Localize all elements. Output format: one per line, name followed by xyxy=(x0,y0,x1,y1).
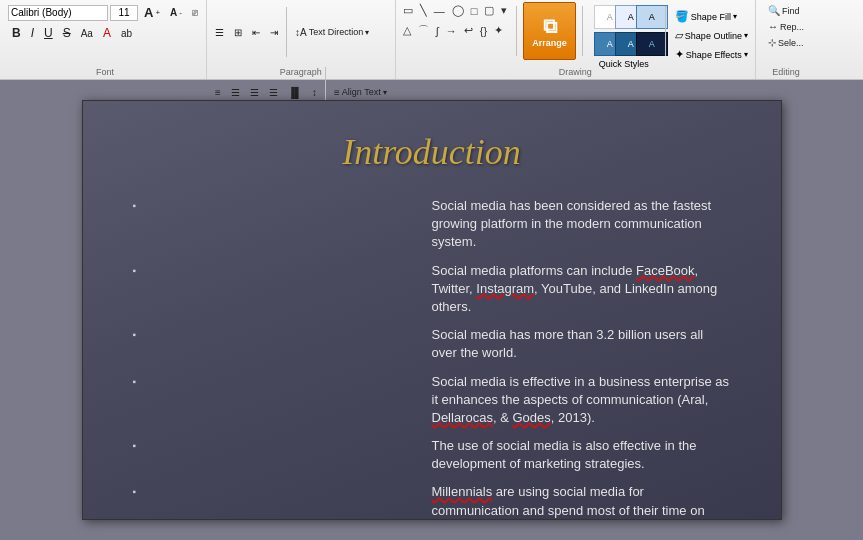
font-group: A+ A- ⎚ B I U S Aa A ab Font xyxy=(4,0,207,79)
paragraph-group-label: Paragraph xyxy=(207,67,395,77)
arc-icon[interactable]: ⌒ xyxy=(415,21,432,40)
rectangle-icon[interactable]: ▭ xyxy=(400,2,416,19)
effects-chevron-icon: ▾ xyxy=(744,50,748,59)
clear-format-button[interactable]: ⎚ xyxy=(188,5,202,20)
instagram-link: Instagram xyxy=(476,281,534,296)
star-icon[interactable]: ✦ xyxy=(491,22,506,39)
drawing-group-label: Drawing xyxy=(396,67,755,77)
align-center-button[interactable]: ☰ xyxy=(227,85,244,100)
triangle-icon[interactable]: △ xyxy=(400,22,414,39)
find-button[interactable]: 🔍 Find xyxy=(764,3,804,18)
diagonal-line-icon[interactable]: ╲ xyxy=(417,2,430,19)
style-box-6[interactable]: A xyxy=(636,32,668,56)
effects-icon: ✦ xyxy=(675,48,684,61)
list-item: ▪ Social media has been considered as th… xyxy=(133,197,731,252)
shape-outline-button[interactable]: ▱ Shape Outline ▾ xyxy=(672,27,751,44)
arrange-button[interactable]: ⧉ Arrange xyxy=(523,2,576,60)
wave-icon[interactable]: ∫ xyxy=(433,23,442,39)
oval-icon[interactable]: ◯ xyxy=(449,2,467,19)
bold-button[interactable]: B xyxy=(8,24,25,42)
curve-arrow-icon[interactable]: ↩ xyxy=(461,22,476,39)
rounded-rect-icon[interactable]: ▢ xyxy=(481,2,497,19)
underline-button[interactable]: U xyxy=(40,24,57,42)
shapes-more-icon[interactable]: ▾ xyxy=(498,2,510,19)
grow-icon: A xyxy=(144,5,153,20)
bullet-icon: ▪ xyxy=(133,375,432,389)
numbered-list-button[interactable]: ⊞ xyxy=(230,25,246,40)
eraser-icon: ⎚ xyxy=(192,7,198,18)
godes-link: Godes xyxy=(512,410,550,425)
replace-button[interactable]: ↔ Rep... xyxy=(764,19,808,34)
list-item: ▪ Social media platforms can include Fac… xyxy=(133,262,731,317)
change-case-button[interactable]: Aa xyxy=(77,26,97,41)
strikethrough-button[interactable]: S xyxy=(59,24,75,42)
shrink-font-button[interactable]: A- xyxy=(166,5,186,20)
slide[interactable]: Introduction ▪ Social media has been con… xyxy=(82,100,782,520)
fill-icon: 🪣 xyxy=(675,10,689,23)
bullet-icon: ▪ xyxy=(133,264,432,278)
slide-container: Introduction ▪ Social media has been con… xyxy=(0,80,863,540)
rect2-icon[interactable]: □ xyxy=(468,3,481,19)
bullet-icon: ▪ xyxy=(133,199,432,213)
arrange-icon: ⧉ xyxy=(543,15,557,38)
facebook-link: FaceBook xyxy=(636,263,695,278)
outline-chevron-icon: ▾ xyxy=(744,31,748,40)
list-item: ▪ The use of social media is also effect… xyxy=(133,437,731,473)
list-item: ▪ Millennials are using social media for… xyxy=(133,483,731,520)
font-color-button[interactable]: A xyxy=(99,24,115,42)
ribbon: A+ A- ⎚ B I U S Aa A ab Font ☰ ⊞ ⇤ ⇥ xyxy=(0,0,863,80)
editing-group: 🔍 Find ↔ Rep... ⊹ Sele... Editing xyxy=(756,0,816,79)
editing-group-label: Editing xyxy=(756,67,816,77)
bullet-list-button[interactable]: ☰ xyxy=(211,25,228,40)
fill-chevron-icon: ▾ xyxy=(733,12,737,21)
shrink-icon: A xyxy=(170,7,177,18)
drawing-group: ▭ ╲ — ◯ □ ▢ ▾ △ ⌒ ∫ → ↩ {} ✦ xyxy=(396,0,756,79)
justify-button[interactable]: ☰ xyxy=(265,85,282,100)
text-direction-button[interactable]: ↕A Text Direction ▾ xyxy=(291,25,373,40)
align-chevron-icon: ▾ xyxy=(383,88,387,97)
align-right-button[interactable]: ☰ xyxy=(246,85,263,100)
select-icon: ⊹ xyxy=(768,37,776,48)
bullet-icon: ▪ xyxy=(133,439,432,453)
list-item: ▪ Social media has more than 3.2 billion… xyxy=(133,326,731,362)
bullet-icon: ▪ xyxy=(133,485,432,499)
dellarocas-link: Dellarocas xyxy=(432,410,493,425)
slide-content: ▪ Social media has been considered as th… xyxy=(133,197,731,520)
line-spacing-button[interactable]: ↕ xyxy=(308,85,321,100)
bullet-icon: ▪ xyxy=(133,328,432,342)
italic-button[interactable]: I xyxy=(27,24,38,42)
select-button[interactable]: ⊹ Sele... xyxy=(764,35,808,50)
bracket-icon[interactable]: {} xyxy=(477,23,490,39)
chevron-icon: ▾ xyxy=(365,28,369,37)
paragraph-group: ☰ ⊞ ⇤ ⇥ ↕A Text Direction ▾ ≡ ☰ ☰ ☰ ▐▌ ↕ xyxy=(207,0,396,79)
arrow-icon[interactable]: → xyxy=(443,23,460,39)
font-size-input[interactable] xyxy=(110,5,138,21)
columns-button[interactable]: ▐▌ xyxy=(284,85,306,100)
align-left-button[interactable]: ≡ xyxy=(211,85,225,100)
font-name-input[interactable] xyxy=(8,5,108,21)
align-text-button[interactable]: ≡ Align Text ▾ xyxy=(330,85,391,100)
line-icon[interactable]: — xyxy=(431,3,448,19)
slide-title: Introduction xyxy=(133,131,731,173)
font-group-label: Font xyxy=(4,67,206,77)
shape-effects-button[interactable]: ✦ Shape Effects ▾ xyxy=(672,46,751,63)
indent-decrease-button[interactable]: ⇤ xyxy=(248,25,264,40)
grow-font-button[interactable]: A+ xyxy=(140,3,164,22)
list-item: ▪ Social media is effective in a busines… xyxy=(133,373,731,428)
millennials-link: Millennials xyxy=(432,484,493,499)
shape-fill-button[interactable]: 🪣 Shape Fill ▾ xyxy=(672,8,751,25)
highlight-button[interactable]: ab xyxy=(117,26,136,41)
indent-increase-button[interactable]: ⇥ xyxy=(266,25,282,40)
outline-icon: ▱ xyxy=(675,29,683,42)
replace-icon: ↔ xyxy=(768,21,778,32)
text-direction-icon: ↕A xyxy=(295,27,307,38)
align-text-icon: ≡ xyxy=(334,87,340,98)
style-box-3[interactable]: A xyxy=(636,5,668,29)
find-icon: 🔍 xyxy=(768,5,780,16)
